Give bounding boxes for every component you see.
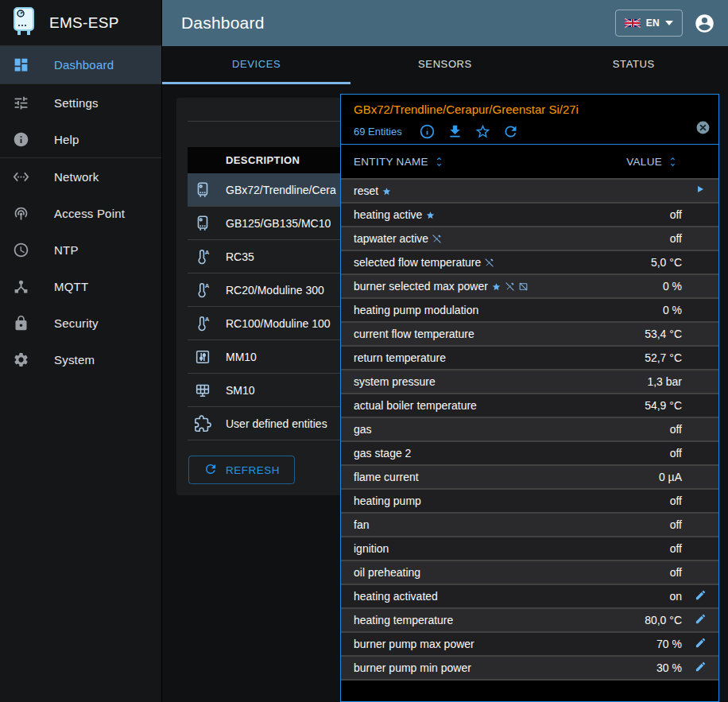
entity-row-heating-activated[interactable]: heating activatedon [341,585,718,609]
entity-value: 54,9 °C [645,399,682,412]
edit-off-icon [505,281,515,292]
access-point-icon [11,204,30,223]
thermostat-icon: A [193,314,212,333]
sort-value[interactable]: VALUE [626,156,679,168]
entity-name: heating pump [354,495,421,507]
sidebar-item-security[interactable]: Security [0,304,161,341]
entity-action [682,637,718,652]
boiler-logo-icon [10,6,37,40]
entity-value: off [670,423,682,436]
device-name: GB125/GB135/MC10 [226,217,331,230]
account-icon[interactable] [694,13,715,34]
ntp-icon [11,240,30,259]
sidebar-item-label: NTP [54,243,79,257]
tab-label: SENSORS [418,58,472,70]
download-icon[interactable] [447,123,463,140]
sidebar-item-system[interactable]: System [0,341,161,378]
language-selector[interactable]: EN [615,10,683,37]
chevron-down-icon [665,21,673,25]
sidebar-item-label: Access Point [54,207,125,220]
entity-row-heating-pump[interactable]: heating pumpoff [341,490,718,514]
entity-row-current-flow-temperature[interactable]: current flow temperature53,4 °C [341,323,718,347]
entity-value: off [670,518,682,531]
entity-row-fan[interactable]: fanoff [341,514,718,537]
network-icon [11,167,30,186]
tab-devices[interactable]: DEVICES [162,46,350,84]
entity-name: tapwater active [354,232,428,245]
entity-value: 0 % [663,304,682,316]
mqtt-icon [11,277,30,296]
entity-row-gas[interactable]: gasoff [341,418,718,442]
refresh-icon[interactable] [502,123,519,140]
entity-row-selected-flow-temperature[interactable]: selected flow temperature5,0 °C [341,251,718,275]
entity-value: off [670,566,682,579]
entity-value: off [670,232,682,245]
mixer-icon [193,347,212,367]
entity-name: gas [354,423,372,436]
entity-value: 0 µA [659,471,682,483]
favorite-star-icon [425,210,436,220]
edit-value-icon[interactable] [695,589,707,604]
refresh-button[interactable]: REFRESH [188,456,295,484]
info-icon[interactable] [419,123,436,140]
entity-name: ignition [354,542,389,555]
entity-row-heating-temperature[interactable]: heating temperature80,0 °C [341,609,718,633]
sidebar-item-label: MQTT [54,280,88,293]
device-entities-dialog: GBx72/Trendline/Cerapur/Greenstar Si/27i… [340,94,719,702]
entity-value: 30 % [656,661,682,674]
entity-name: selected flow temperature [354,256,481,269]
entity-row-heating-pump-modulation[interactable]: heating pump modulation0 % [341,299,718,323]
close-icon[interactable] [695,120,711,135]
tab-status[interactable]: STATUS [540,46,728,84]
sidebar-item-label: Dashboard [54,58,114,72]
sort-entity-name[interactable]: ENTITY NAME [354,156,626,168]
uk-flag-icon [625,18,641,28]
refresh-button-label: REFRESH [226,464,280,476]
entity-action [682,589,718,604]
edit-off-icon [484,258,494,268]
edit-value-icon[interactable] [695,613,707,628]
entity-row-burner-pump-min-power[interactable]: burner pump min power30 % [341,657,718,681]
boiler-icon [193,180,212,200]
entity-row-flame-current[interactable]: flame current0 µA [341,466,718,490]
device-name: RC100/Moduline 100 [226,317,331,330]
sidebar-item-ntp[interactable]: NTP [0,231,161,268]
entity-row-return-temperature[interactable]: return temperature52,7 °C [341,347,718,370]
entity-row-burner-selected-max-power[interactable]: burner selected max power0 % [341,275,718,299]
entity-row-oil-preheating[interactable]: oil preheatingoff [341,561,718,585]
sidebar-item-settings[interactable]: Settings [0,84,161,121]
entity-value: 80,0 °C [645,614,682,626]
entity-row-burner-pump-max-power[interactable]: burner pump max power70 % [341,633,718,657]
settings-icon [11,93,30,112]
sidebar-item-mqtt[interactable]: MQTT [0,268,161,304]
sidebar-item-access-point[interactable]: Access Point [0,195,161,231]
entity-value: 52,7 °C [645,351,682,364]
entity-row-gas-stage-2[interactable]: gas stage 2off [341,442,718,466]
entity-row-ignition[interactable]: ignitionoff [341,537,718,561]
entity-row-tapwater-active[interactable]: tapwater activeoff [341,227,718,251]
entity-name: burner pump max power [354,638,474,650]
sidebar-item-help[interactable]: Help [0,121,161,157]
web-off-icon [518,281,529,292]
tab-label: DEVICES [232,58,281,70]
entity-rows: resetheating activeofftapwater activeoff… [341,180,718,681]
entity-action [682,613,718,628]
run-command-icon[interactable] [695,184,706,198]
star-outline-icon[interactable] [474,123,491,140]
description-column-label: DESCRIPTION [226,154,300,166]
entity-name: heating temperature [354,614,453,626]
entity-value: 70 % [656,638,682,650]
edit-value-icon[interactable] [695,637,707,652]
device-name: User defined entities [226,417,327,430]
entity-row-reset[interactable]: reset [341,180,718,204]
tab-sensors[interactable]: SENSORS [350,46,539,84]
entity-row-heating-active[interactable]: heating activeoff [341,204,718,227]
sidebar-item-network[interactable]: Network [0,158,161,195]
entity-row-system-pressure[interactable]: system pressure1,3 bar [341,370,718,394]
tab-label: STATUS [613,58,655,70]
entity-value: off [670,208,682,221]
entity-row-actual-boiler-temperature[interactable]: actual boiler temperature54,9 °C [341,394,718,418]
edit-value-icon[interactable] [695,661,707,676]
entity-value: 0 % [663,280,682,293]
sidebar-item-dashboard[interactable]: Dashboard [0,46,161,83]
